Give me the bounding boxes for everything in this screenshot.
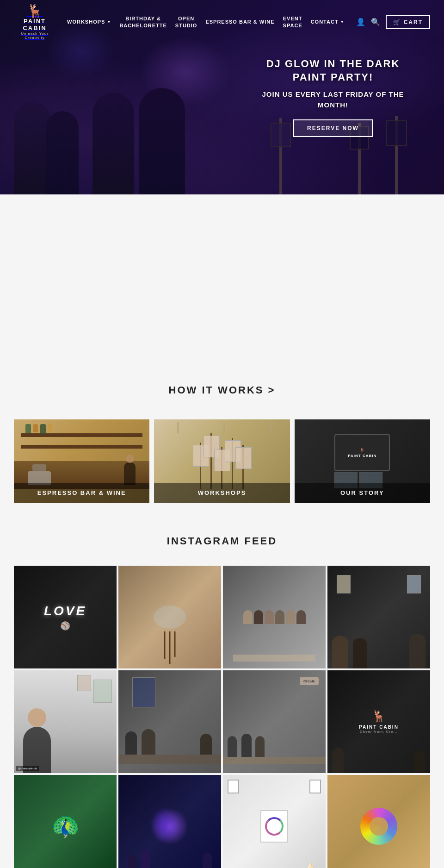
art-frame-display <box>260 810 288 843</box>
nav-link-workshops[interactable]: WORKSHOPS ▼ <box>67 19 111 25</box>
logo-image: 🦌 PAINT CABIN Unleash Your Creativity <box>14 7 56 37</box>
espresso-card-label: ESPRESSO BAR & WINE <box>14 483 149 503</box>
insta-photo-brand[interactable]: 🦌 PAINT CABIN Cheer from: Cre... <box>327 670 430 773</box>
uv-light <box>149 806 177 843</box>
class2-table <box>223 757 326 764</box>
store-icon: 🦌 <box>360 448 365 452</box>
instagram-section: INSTAGRAM FEED LOVE ⚾ <box>0 521 444 868</box>
navbar: 🦌 PAINT CABIN Unleash Your Creativity WO… <box>0 0 444 44</box>
window-light <box>154 606 186 629</box>
cart-label: CART <box>404 19 423 25</box>
nav-right: 👤 🔍 🛒 CART <box>356 15 430 29</box>
nav-item-espresso[interactable]: ESPRESSO BAR & WINE <box>205 19 274 25</box>
brand-person-1 <box>332 748 344 773</box>
cart-icon: 🛒 <box>393 19 401 25</box>
person-1 <box>243 610 253 624</box>
nav-item-event-space[interactable]: EVENTSPACE <box>283 15 302 29</box>
search-icon[interactable]: 🔍 <box>371 18 380 26</box>
cart-button[interactable]: 🛒 CART <box>386 15 430 29</box>
class-canvas <box>132 677 155 707</box>
class-table <box>118 755 221 764</box>
student-2 <box>142 729 155 755</box>
ceiling-light-3 <box>270 422 271 433</box>
insta-class2-bg: Create <box>223 670 326 773</box>
instagram-title: INSTAGRAM FEED <box>0 535 444 547</box>
insta-photo-colorful[interactable] <box>327 775 430 868</box>
class2-person-2 <box>241 734 252 757</box>
group-scene <box>223 566 326 668</box>
how-it-works-section: HOW IT WORKS > <box>0 370 444 419</box>
store-name: PAINT CABIN <box>348 454 376 458</box>
nav-item-contact[interactable]: CONTACT ▼ <box>311 19 345 25</box>
logo[interactable]: 🦌 PAINT CABIN Unleash Your Creativity <box>14 7 56 37</box>
reserve-now-button[interactable]: RESERVE NOW <box>293 119 373 137</box>
insta-brand-bg: 🦌 PAINT CABIN Cheer from: Cre... <box>327 670 430 773</box>
insta-photo-love[interactable]: LOVE ⚾ <box>14 566 117 668</box>
painting-bg <box>93 680 112 703</box>
class2-person-3 <box>255 736 265 757</box>
insta-photo-art-frame[interactable]: 🍦 <box>223 775 326 868</box>
person-silhouette-b <box>353 638 367 668</box>
wall-frame-2 <box>309 780 321 793</box>
logo-icon: 🦌 <box>27 5 43 18</box>
person-2 <box>254 610 263 624</box>
nav-link-birthday[interactable]: BIRTHDAY &BACHELORETTE <box>119 15 166 29</box>
insta-photo-people[interactable] <box>327 566 430 668</box>
person-silhouette-c <box>409 634 426 668</box>
insta-love-bg: LOVE ⚾ <box>14 566 117 668</box>
logo-name: PAINT CABIN <box>14 18 56 31</box>
how-it-works-title[interactable]: HOW IT WORKS > <box>0 384 444 396</box>
feature-card-espresso[interactable]: ESPRESSO BAR & WINE <box>14 419 149 503</box>
logo-tagline: Unleash Your Creativity <box>14 31 56 40</box>
nav-link-open-studio[interactable]: OPENSTUDIO <box>175 15 197 29</box>
feature-card-workshops[interactable]: WORKSHOPS <box>154 419 290 503</box>
insta-photo-workshop[interactable] <box>118 566 221 668</box>
paint-cabin-logo: 🦌 PAINT CABIN Cheer from: Cre... <box>359 710 399 734</box>
woman-head <box>28 708 46 727</box>
insta-photo-class2[interactable]: Create <box>223 670 326 773</box>
insta-photo-peacock[interactable]: 🦚 <box>14 775 117 868</box>
person-6 <box>296 610 306 624</box>
brand-cheer: Cheer from: Cre... <box>359 730 399 734</box>
love-art: LOVE ⚾ <box>44 604 86 631</box>
chevron-down-icon: ▼ <box>107 20 111 24</box>
nav-link-contact[interactable]: CONTACT ▼ <box>311 19 345 25</box>
insta-party-bg <box>118 775 221 868</box>
brand-name: PAINT CABIN <box>359 724 399 730</box>
instagram-grid: LOVE ⚾ <box>0 561 444 868</box>
insta-photo-class1[interactable] <box>118 670 221 773</box>
feature-card-our-story[interactable]: 🦌 PAINT CABIN OUR STORY <box>295 419 430 503</box>
our-story-card-label: OUR STORY <box>295 483 430 503</box>
nav-item-workshops[interactable]: WORKSHOPS ▼ <box>67 19 111 25</box>
person-silhouette-a <box>332 636 348 668</box>
insta-woman-bg: @paintcabinchi <box>14 670 117 773</box>
instagram-watermark: @paintcabinchi <box>16 766 39 771</box>
hero-content: DJ GLOW IN THE DARK PAINT PARTY! JOIN US… <box>259 57 407 137</box>
storefront-display: 🦌 PAINT CABIN <box>334 434 390 471</box>
insta-photo-party[interactable] <box>118 775 221 868</box>
person-3 <box>265 610 274 624</box>
insta-photo-woman[interactable]: @paintcabinchi <box>14 670 117 773</box>
person-5 <box>286 610 295 624</box>
nav-item-open-studio[interactable]: OPENSTUDIO <box>175 15 197 29</box>
hero-subtitle: JOIN US EVERY LAST FRIDAY OF THE MONTH! <box>259 89 407 110</box>
easel-stick <box>164 631 166 659</box>
ceiling-light-1 <box>177 422 179 433</box>
peacock-artwork: 🦚 <box>51 813 80 840</box>
student-3 <box>200 734 212 755</box>
dancer-2 <box>142 850 150 868</box>
nav-link-espresso[interactable]: ESPRESSO BAR & WINE <box>205 19 274 25</box>
wall-frame-1 <box>228 780 239 793</box>
insta-people-bg <box>327 566 430 668</box>
user-icon[interactable]: 👤 <box>356 18 365 26</box>
chevron-down-icon: ▼ <box>340 20 345 24</box>
class2-person-1 <box>228 736 237 757</box>
insta-colorful-bg <box>327 775 430 868</box>
insta-peacock-bg: 🦚 <box>14 775 117 868</box>
workshops-card-label: WORKSHOPS <box>154 483 290 503</box>
painting-bg-2 <box>77 675 91 691</box>
insta-photo-group[interactable] <box>223 566 326 668</box>
nav-item-birthday[interactable]: BIRTHDAY &BACHELORETTE <box>119 15 166 29</box>
insta-art-bg: 🍦 <box>223 775 326 868</box>
nav-link-event-space[interactable]: EVENTSPACE <box>283 15 302 29</box>
